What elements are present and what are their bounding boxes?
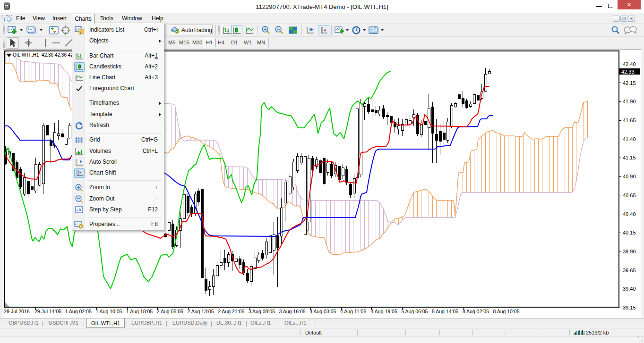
svg-text:42.40: 42.40 <box>623 61 636 67</box>
svg-text:1 Aug 02:05: 1 Aug 02:05 <box>65 309 92 314</box>
svg-text:2 Aug 13:05: 2 Aug 13:05 <box>188 309 214 314</box>
svg-text:40.15: 40.15 <box>623 230 636 235</box>
svg-text:40.40: 40.40 <box>623 211 636 217</box>
svg-text:41.90: 41.90 <box>623 99 636 104</box>
svg-text:41.15: 41.15 <box>623 155 636 160</box>
svg-text:5 Aug 06:05: 5 Aug 06:05 <box>401 309 428 314</box>
svg-text:39.15: 39.15 <box>623 305 636 310</box>
svg-text:8 Aug 02:05: 8 Aug 02:05 <box>463 309 489 314</box>
svg-text:42.15: 42.15 <box>623 80 636 86</box>
svg-text:42.33: 42.33 <box>621 69 635 75</box>
svg-text:40.90: 40.90 <box>623 174 636 179</box>
svg-text:39.90: 39.90 <box>623 249 636 254</box>
svg-text:41.65: 41.65 <box>623 117 636 123</box>
svg-text:4 Aug 19:05: 4 Aug 19:05 <box>371 309 397 314</box>
svg-text:3 Aug 08:05: 3 Aug 08:05 <box>249 309 275 314</box>
svg-text:40.65: 40.65 <box>623 192 636 198</box>
svg-text:4 Aug 03:05: 4 Aug 03:05 <box>309 309 336 314</box>
svg-text:29 Jul 2016: 29 Jul 2016 <box>4 309 29 314</box>
svg-text:4 Aug 11:05: 4 Aug 11:05 <box>340 309 366 314</box>
svg-text:39.65: 39.65 <box>623 268 636 273</box>
svg-text:1 Aug 10:05: 1 Aug 10:05 <box>95 309 122 314</box>
svg-text:2 Aug 05:05: 2 Aug 05:05 <box>157 309 183 314</box>
svg-text:41.40: 41.40 <box>623 136 636 142</box>
svg-text:3 Aug 16:05: 3 Aug 16:05 <box>279 309 306 314</box>
svg-text:1 Aug 18:05: 1 Aug 18:05 <box>126 309 153 314</box>
svg-text:8 Aug 10:05: 8 Aug 10:05 <box>493 309 520 314</box>
svg-text:29 Jul 14:05: 29 Jul 14:05 <box>34 309 61 314</box>
svg-text:2 Aug 21:05: 2 Aug 21:05 <box>218 309 244 314</box>
svg-text:39.40: 39.40 <box>623 286 636 292</box>
svg-text:5 Aug 14:05: 5 Aug 14:05 <box>432 309 458 314</box>
